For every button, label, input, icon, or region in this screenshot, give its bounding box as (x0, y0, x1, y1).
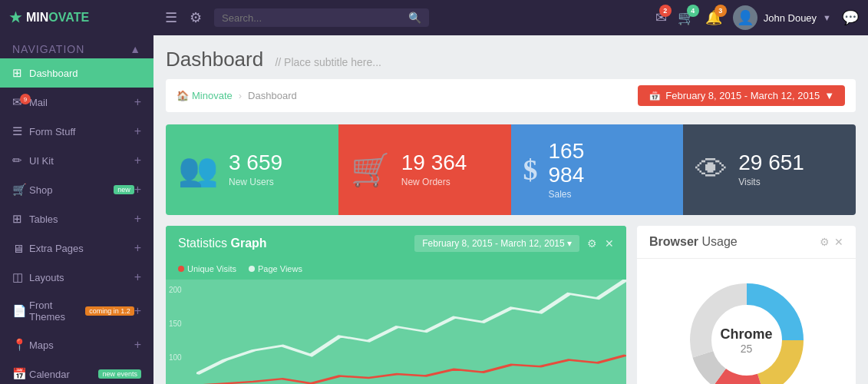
settings-icon-button[interactable]: ⚙ (183, 6, 208, 29)
sidebar-label-mail: Mail (29, 97, 134, 108)
sidebar-label-dashboard: Dashboard (29, 68, 141, 79)
sidebar-item-extra-pages[interactable]: 🖥 Extra Pages + (0, 233, 153, 263)
bell-notification[interactable]: 🔔 3 (705, 9, 722, 26)
sidebar-item-maps[interactable]: 📍 Maps + (0, 330, 153, 359)
form-expand-icon[interactable]: + (134, 124, 141, 138)
sidebar-item-layouts[interactable]: ◫ Layouts + (0, 263, 153, 292)
stat-label-users: New Users (229, 177, 282, 187)
cart-notification[interactable]: 🛒 4 (678, 9, 695, 26)
content-area: Dashboard // Place subtitle here... 🏠 Mi… (153, 35, 868, 384)
sidebar-item-form-stuff[interactable]: ☰ Form Stuff + (0, 117, 153, 146)
cart-badge: 4 (687, 5, 699, 17)
graph-title-bold: Graph (230, 237, 266, 250)
brand-icon: ★ (9, 9, 21, 26)
breadcrumb-separator: › (239, 90, 242, 101)
graph-y-labels: 200 150 100 50 (166, 280, 196, 384)
page-subtitle: // Place subtitle here... (275, 56, 381, 68)
stat-number-sales: 165984 (549, 140, 585, 187)
graph-header: Statistics Graph February 8, 2015 - Marc… (166, 226, 626, 261)
front-themes-expand-icon[interactable]: + (134, 304, 141, 318)
extra-pages-expand-icon[interactable]: + (134, 241, 141, 255)
page-title-text: Dashboard (166, 48, 263, 71)
sidebar-label-shop: Shop (29, 184, 109, 196)
brand-ovate: OVATE (48, 11, 89, 24)
uikit-expand-icon[interactable]: + (134, 154, 141, 167)
form-icon: ☰ (12, 124, 29, 138)
maps-icon: 📍 (12, 338, 29, 352)
dashboard-icon: ⊞ (12, 66, 29, 80)
browser-close-button[interactable]: ✕ (834, 236, 843, 248)
mail-notification[interactable]: ✉ 2 (655, 9, 667, 26)
tables-icon: ⊞ (12, 212, 29, 226)
user-name: John Douey (764, 12, 817, 24)
brand-logo: ★ MINOVATE (9, 9, 159, 26)
mail-expand-icon[interactable]: + (134, 95, 141, 109)
sidebar-item-front-themes[interactable]: 📄 Front Themes coming in 1.2 + (0, 292, 153, 330)
graph-gear-button[interactable]: ⚙ (587, 237, 597, 250)
tables-expand-icon[interactable]: + (134, 212, 141, 226)
donut-center: Chrome 25 (720, 326, 772, 354)
legend-dot-unique (178, 266, 184, 272)
layouts-expand-icon[interactable]: + (134, 270, 141, 284)
nav-label: NAVIGATION ▲ (0, 35, 153, 58)
sidebar-label-maps: Maps (29, 339, 134, 351)
sidebar-label-extra-pages: Extra Pages (29, 243, 134, 254)
breadcrumb-bar: 🏠 Minovate › Dashboard 📅 February 8, 201… (166, 79, 856, 112)
graph-title-plain: Statistics (178, 237, 230, 250)
users-icon: 👥 (178, 151, 218, 188)
y-label-150: 150 (169, 319, 193, 328)
graph-area: 200 150 100 50 (166, 280, 626, 384)
main-layout: NAVIGATION ▲ ⊞ Dashboard ✉ 9 Mail + ☰ Fo… (0, 35, 868, 384)
date-range-button[interactable]: 📅 February 8, 2015 - March 12, 2015 ▼ (638, 85, 845, 106)
stat-label-visits: Visits (738, 177, 804, 187)
uikit-icon: ✏ (12, 154, 29, 167)
sidebar-item-ui-kit[interactable]: ✏ UI Kit + (0, 146, 153, 175)
sidebar-item-mail[interactable]: ✉ 9 Mail + (0, 88, 153, 117)
sidebar-label-form-stuff: Form Stuff (29, 126, 134, 137)
graph-bars (173, 280, 619, 384)
browser-gear-button[interactable]: ⚙ (820, 236, 830, 248)
nav-label-text: NAVIGATION (12, 43, 84, 55)
stat-info-orders: 19 364 New Orders (401, 151, 467, 187)
front-themes-badge: coming in 1.2 (85, 306, 134, 316)
browser-title-bold: Browser (649, 235, 698, 248)
sidebar-label-front-themes: Front Themes (29, 300, 81, 323)
graph-date-button[interactable]: February 8, 2015 - March 12, 2015 ▾ (414, 235, 579, 252)
date-range-label: February 8, 2015 - March 12, 2015 (665, 90, 820, 101)
menu-toggle-button[interactable]: ☰ (159, 6, 183, 29)
stat-card-orders: 🛒 19 364 New Orders (338, 124, 511, 215)
donut-chart: Chrome 25 (678, 271, 816, 384)
sidebar-label-ui-kit: UI Kit (29, 155, 134, 167)
bottom-row: Statistics Graph February 8, 2015 - Marc… (166, 226, 856, 384)
search-bar: 🔍 (214, 8, 429, 27)
stat-label-sales: Sales (549, 189, 585, 200)
nav-collapse-icon[interactable]: ▲ (130, 43, 141, 55)
avatar: 👤 (733, 5, 757, 30)
maps-expand-icon[interactable]: + (134, 338, 141, 352)
search-input[interactable] (222, 12, 405, 24)
breadcrumb-home[interactable]: 🏠 Minovate (177, 90, 233, 101)
sidebar-item-shop[interactable]: 🛒 Shop new + (0, 175, 153, 204)
stat-number-orders: 19 364 (401, 151, 467, 175)
shop-icon: 🛒 (12, 183, 29, 197)
legend-page-views: Page Views (249, 264, 302, 273)
orders-icon: 🛒 (351, 151, 391, 188)
stat-label-orders: New Orders (401, 177, 467, 187)
shop-expand-icon[interactable]: + (134, 183, 141, 197)
shop-new-badge: new (114, 185, 134, 194)
user-dropdown-icon: ▼ (823, 13, 831, 22)
user-menu[interactable]: 👤 John Douey ▼ (733, 5, 831, 30)
statistics-graph-card: Statistics Graph February 8, 2015 - Marc… (166, 226, 626, 384)
chat-icon[interactable]: 💬 (842, 9, 859, 26)
sidebar-item-calendar[interactable]: 📅 Calendar new events (0, 359, 153, 384)
stat-number-users: 3 659 (229, 151, 282, 175)
sidebar-item-tables[interactable]: ⊞ Tables + (0, 204, 153, 233)
graph-close-button[interactable]: ✕ (605, 237, 614, 250)
donut-browser-name: Chrome (720, 326, 772, 342)
sidebar-item-dashboard[interactable]: ⊞ Dashboard (0, 58, 153, 88)
mail-badge: 2 (659, 5, 672, 17)
browser-body: Chrome 25 (637, 259, 856, 384)
calendar-icon: 📅 (12, 367, 29, 381)
stat-info-sales: 165984 Sales (549, 140, 585, 200)
breadcrumb: 🏠 Minovate › Dashboard (177, 90, 297, 101)
